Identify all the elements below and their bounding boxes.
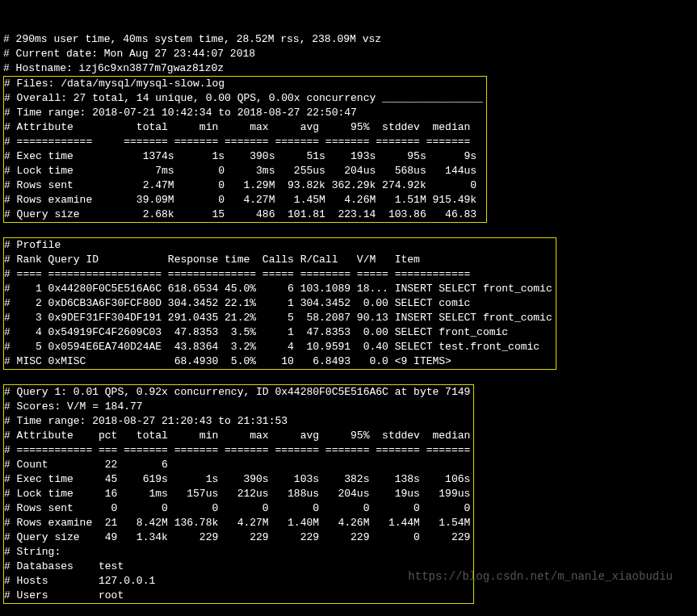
- query-rowsexamine-row: # Rows examine 21 8.42M 136.78k 4.27M 1.…: [4, 517, 470, 529]
- query-size-row: # Query size 49 1.34k 229 229 229 229 0 …: [4, 531, 470, 543]
- files-line: # Files: /data/mysql/mysql-slow.log: [4, 78, 225, 90]
- profile-sep: # ==== ================== ==============…: [4, 268, 470, 280]
- header-line-1: # 290ms user time, 40ms system time, 28.…: [3, 33, 381, 45]
- query-size-row: # Query size 2.68k 15 486 101.81 223.14 …: [4, 208, 477, 220]
- query-detail-box: # Query 1: 0.01 QPS, 0.92x concurrency, …: [3, 384, 474, 604]
- profile-header: # Rank Query ID Response time Calls R/Ca…: [4, 254, 420, 266]
- query-count-row: # Count 22 6: [4, 459, 168, 471]
- header-line-3: # Hostname: izj6c9xn3877m7gwaz81z0z: [3, 62, 224, 74]
- query-users-row: # Users root: [4, 589, 124, 601]
- query-hosts-row: # Hosts 127.0.0.1: [4, 575, 155, 587]
- header-line-2: # Current date: Mon Aug 27 23:44:07 2018: [3, 48, 255, 60]
- query-line-3: # Time range: 2018-08-27 21:20:43 to 21:…: [4, 415, 288, 427]
- profile-row-5: # 5 0x0594E6EA740D24AE 43.8364 3.2% 4 10…: [4, 341, 540, 353]
- profile-row-4: # 4 0x54919FC4F2609C03 47.8353 3.5% 1 47…: [4, 326, 508, 338]
- query-string-row: # String:: [4, 546, 61, 558]
- overall-line: # Overall: 27 total, 14 unique, 0.00 QPS…: [4, 92, 483, 104]
- profile-title: # Profile: [4, 239, 61, 251]
- attr-sep: # ============ ======= ======= ======= =…: [4, 136, 470, 148]
- query-lock-row: # Lock time 16 1ms 157us 212us 188us 204…: [4, 488, 470, 500]
- rows-sent-row: # Rows sent 2.47M 0 1.29M 93.82k 362.29k…: [4, 179, 477, 191]
- rows-examine-row: # Rows examine 39.09M 0 4.27M 1.45M 4.26…: [4, 194, 477, 206]
- query-attr-header: # Attribute pct total min max avg 95% st…: [4, 430, 470, 442]
- exec-time-row: # Exec time 1374s 1s 390s 51s 193s 95s 9…: [4, 150, 477, 162]
- profile-box: # Profile # Rank Query ID Response time …: [3, 237, 556, 370]
- query-rowssent-row: # Rows sent 0 0 0 0 0 0 0 0: [4, 502, 470, 514]
- lock-time-row: # Lock time 7ms 0 3ms 255us 204us 568us …: [4, 165, 477, 177]
- query-db-row: # Databases test: [4, 560, 124, 572]
- attr-header: # Attribute total min max avg 95% stddev…: [4, 121, 470, 133]
- query-exec-row: # Exec time 45 619s 1s 390s 103s 382s 13…: [4, 473, 470, 485]
- profile-row-1: # 1 0x44280F0C5E516A6C 618.6534 45.0% 6 …: [4, 283, 552, 295]
- overall-stats-box: # Files: /data/mysql/mysql-slow.log # Ov…: [3, 76, 487, 223]
- timerange-line: # Time range: 2018-07-21 10:42:34 to 201…: [4, 107, 357, 119]
- profile-row-misc: # MISC 0xMISC 68.4930 5.0% 10 6.8493 0.0…: [4, 355, 451, 367]
- profile-row-2: # 2 0xD6CB3A6F30FCF80D 304.3452 22.1% 1 …: [4, 297, 470, 309]
- profile-row-3: # 3 0x9DEF31FF304DF191 291.0435 21.2% 5 …: [4, 312, 552, 324]
- query-line-1: # Query 1: 0.01 QPS, 0.92x concurrency, …: [4, 386, 470, 398]
- query-line-2: # Scores: V/M = 184.77: [4, 400, 143, 413]
- query-attr-sep: # ============ === ======= ======= =====…: [4, 444, 470, 456]
